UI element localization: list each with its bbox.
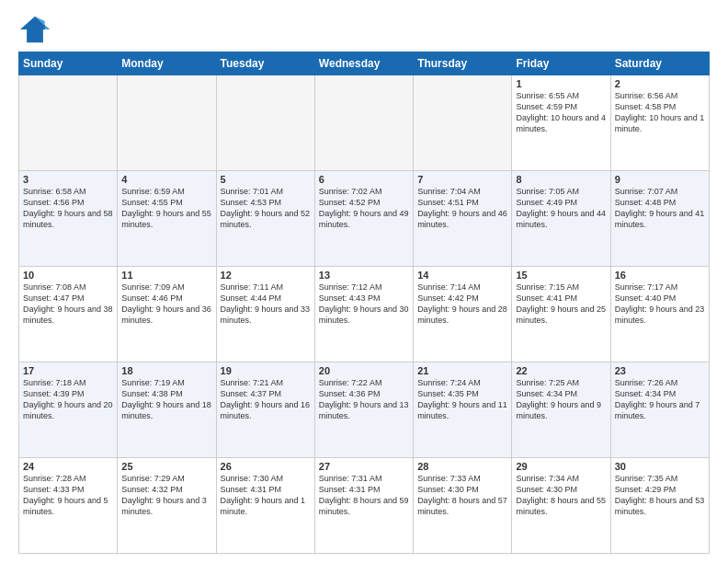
day-cell: 15Sunrise: 7:15 AMSunset: 4:41 PMDayligh…: [512, 267, 610, 362]
day-info: Sunrise: 7:24 AMSunset: 4:35 PMDaylight:…: [417, 377, 507, 422]
day-number: 8: [516, 174, 606, 185]
day-info: Sunrise: 7:14 AMSunset: 4:42 PMDaylight:…: [417, 282, 507, 327]
day-number: 12: [221, 270, 311, 281]
day-number: 19: [221, 365, 311, 376]
day-cell: 9Sunrise: 7:07 AMSunset: 4:48 PMDaylight…: [610, 171, 709, 267]
day-number: 30: [615, 461, 705, 472]
day-cell: [216, 75, 314, 171]
day-number: 28: [417, 461, 507, 472]
day-number: 1: [516, 78, 606, 89]
day-cell: [19, 75, 118, 171]
day-info: Sunrise: 7:28 AMSunset: 4:33 PMDaylight:…: [23, 473, 113, 518]
calendar-table: SundayMondayTuesdayWednesdayThursdayFrid…: [18, 52, 710, 554]
day-cell: 8Sunrise: 7:05 AMSunset: 4:49 PMDaylight…: [512, 171, 610, 267]
day-number: 4: [121, 174, 211, 185]
day-number: 21: [417, 365, 507, 376]
day-cell: 11Sunrise: 7:09 AMSunset: 4:46 PMDayligh…: [118, 267, 216, 362]
week-row-4: 17Sunrise: 7:18 AMSunset: 4:39 PMDayligh…: [19, 362, 710, 458]
day-info: Sunrise: 7:15 AMSunset: 4:41 PMDaylight:…: [516, 282, 606, 327]
day-number: 15: [516, 270, 606, 281]
day-number: 29: [516, 461, 606, 472]
week-row-3: 10Sunrise: 7:08 AMSunset: 4:47 PMDayligh…: [19, 267, 710, 362]
day-cell: 19Sunrise: 7:21 AMSunset: 4:37 PMDayligh…: [216, 362, 314, 458]
day-cell: 4Sunrise: 6:59 AMSunset: 4:55 PMDaylight…: [118, 171, 216, 267]
week-row-2: 3Sunrise: 6:58 AMSunset: 4:56 PMDaylight…: [19, 171, 710, 267]
day-cell: 30Sunrise: 7:35 AMSunset: 4:29 PMDayligh…: [610, 458, 709, 554]
day-info: Sunrise: 6:59 AMSunset: 4:55 PMDaylight:…: [121, 186, 211, 231]
day-cell: [118, 75, 216, 171]
day-number: 7: [417, 174, 507, 185]
day-info: Sunrise: 7:21 AMSunset: 4:37 PMDaylight:…: [221, 377, 311, 422]
weekday-sunday: Sunday: [19, 52, 118, 75]
day-number: 6: [319, 174, 409, 185]
day-number: 5: [221, 174, 311, 185]
week-row-5: 24Sunrise: 7:28 AMSunset: 4:33 PMDayligh…: [19, 458, 710, 554]
day-info: Sunrise: 7:11 AMSunset: 4:44 PMDaylight:…: [221, 282, 311, 327]
day-info: Sunrise: 7:29 AMSunset: 4:32 PMDaylight:…: [121, 473, 211, 518]
week-row-1: 1Sunrise: 6:55 AMSunset: 4:59 PMDaylight…: [19, 75, 710, 171]
day-info: Sunrise: 7:22 AMSunset: 4:36 PMDaylight:…: [319, 377, 409, 422]
day-cell: 6Sunrise: 7:02 AMSunset: 4:52 PMDaylight…: [314, 171, 413, 267]
day-number: 23: [615, 365, 705, 376]
day-info: Sunrise: 7:09 AMSunset: 4:46 PMDaylight:…: [121, 282, 211, 327]
day-cell: 10Sunrise: 7:08 AMSunset: 4:47 PMDayligh…: [19, 267, 118, 362]
day-cell: 16Sunrise: 7:17 AMSunset: 4:40 PMDayligh…: [610, 267, 709, 362]
day-cell: 1Sunrise: 6:55 AMSunset: 4:59 PMDaylight…: [512, 75, 610, 171]
day-number: 13: [319, 270, 409, 281]
day-info: Sunrise: 7:26 AMSunset: 4:34 PMDaylight:…: [615, 377, 705, 422]
day-cell: 2Sunrise: 6:56 AMSunset: 4:58 PMDaylight…: [610, 75, 709, 171]
day-number: 18: [121, 365, 211, 376]
logo-icon: [18, 15, 51, 44]
day-cell: [314, 75, 413, 171]
day-cell: 22Sunrise: 7:25 AMSunset: 4:34 PMDayligh…: [512, 362, 610, 458]
day-info: Sunrise: 7:17 AMSunset: 4:40 PMDaylight:…: [615, 282, 705, 327]
header: [18, 15, 710, 44]
day-number: 22: [516, 365, 606, 376]
weekday-saturday: Saturday: [610, 52, 709, 75]
day-cell: 7Sunrise: 7:04 AMSunset: 4:51 PMDaylight…: [414, 171, 512, 267]
day-info: Sunrise: 7:01 AMSunset: 4:53 PMDaylight:…: [221, 186, 311, 231]
day-info: Sunrise: 7:07 AMSunset: 4:48 PMDaylight:…: [615, 186, 705, 231]
day-info: Sunrise: 7:05 AMSunset: 4:49 PMDaylight:…: [516, 186, 606, 231]
day-info: Sunrise: 7:25 AMSunset: 4:34 PMDaylight:…: [516, 377, 606, 422]
day-info: Sunrise: 7:02 AMSunset: 4:52 PMDaylight:…: [319, 186, 409, 231]
day-info: Sunrise: 7:31 AMSunset: 4:31 PMDaylight:…: [319, 473, 409, 518]
day-cell: 12Sunrise: 7:11 AMSunset: 4:44 PMDayligh…: [216, 267, 314, 362]
day-cell: 3Sunrise: 6:58 AMSunset: 4:56 PMDaylight…: [19, 171, 118, 267]
day-cell: 25Sunrise: 7:29 AMSunset: 4:32 PMDayligh…: [118, 458, 216, 554]
day-info: Sunrise: 7:04 AMSunset: 4:51 PMDaylight:…: [417, 186, 507, 231]
day-info: Sunrise: 7:19 AMSunset: 4:38 PMDaylight:…: [121, 377, 211, 422]
day-cell: 13Sunrise: 7:12 AMSunset: 4:43 PMDayligh…: [314, 267, 413, 362]
day-cell: 14Sunrise: 7:14 AMSunset: 4:42 PMDayligh…: [414, 267, 512, 362]
day-info: Sunrise: 7:35 AMSunset: 4:29 PMDaylight:…: [615, 473, 705, 518]
day-number: 10: [23, 270, 113, 281]
day-info: Sunrise: 7:34 AMSunset: 4:30 PMDaylight:…: [516, 473, 606, 518]
logo: [18, 15, 55, 44]
day-cell: 24Sunrise: 7:28 AMSunset: 4:33 PMDayligh…: [19, 458, 118, 554]
day-info: Sunrise: 7:33 AMSunset: 4:30 PMDaylight:…: [417, 473, 507, 518]
day-info: Sunrise: 7:08 AMSunset: 4:47 PMDaylight:…: [23, 282, 113, 327]
day-number: 27: [319, 461, 409, 472]
weekday-friday: Friday: [512, 52, 610, 75]
weekday-wednesday: Wednesday: [314, 52, 413, 75]
day-number: 24: [23, 461, 113, 472]
day-number: 17: [23, 365, 113, 376]
page: SundayMondayTuesdayWednesdayThursdayFrid…: [0, 0, 728, 563]
day-cell: 20Sunrise: 7:22 AMSunset: 4:36 PMDayligh…: [314, 362, 413, 458]
day-number: 20: [319, 365, 409, 376]
day-info: Sunrise: 6:56 AMSunset: 4:58 PMDaylight:…: [615, 90, 705, 135]
weekday-monday: Monday: [118, 52, 216, 75]
day-number: 3: [23, 174, 113, 185]
day-cell: 17Sunrise: 7:18 AMSunset: 4:39 PMDayligh…: [19, 362, 118, 458]
day-number: 14: [417, 270, 507, 281]
day-info: Sunrise: 6:55 AMSunset: 4:59 PMDaylight:…: [516, 90, 606, 135]
day-cell: [414, 75, 512, 171]
day-cell: 27Sunrise: 7:31 AMSunset: 4:31 PMDayligh…: [314, 458, 413, 554]
day-info: Sunrise: 6:58 AMSunset: 4:56 PMDaylight:…: [23, 186, 113, 231]
day-cell: 18Sunrise: 7:19 AMSunset: 4:38 PMDayligh…: [118, 362, 216, 458]
day-info: Sunrise: 7:30 AMSunset: 4:31 PMDaylight:…: [221, 473, 311, 518]
day-number: 26: [221, 461, 311, 472]
day-cell: 26Sunrise: 7:30 AMSunset: 4:31 PMDayligh…: [216, 458, 314, 554]
weekday-thursday: Thursday: [414, 52, 512, 75]
day-cell: 28Sunrise: 7:33 AMSunset: 4:30 PMDayligh…: [414, 458, 512, 554]
